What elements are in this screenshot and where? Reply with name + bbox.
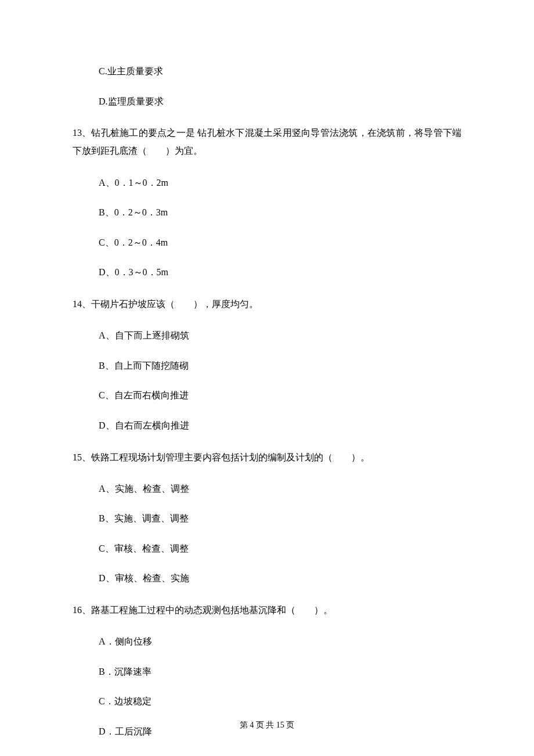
option-text: A、自下而上逐排砌筑 [73,328,461,343]
page-footer: 第 4 页 共 15 页 [0,719,534,732]
option-text: C．边坡稳定 [73,694,461,709]
option-text: A、0．1～0．2m [73,175,461,190]
option-text: B、0．2～0．3m [73,205,461,220]
option-text: D、0．3～0．5m [73,265,461,280]
option-text: C、审核、检查、调整 [73,541,461,556]
option-text: A、实施、检查、调整 [73,481,461,496]
document-page: C.业主质量要求 D.监理质量要求 13、钻孔桩施工的要点之一是 钻孔桩水下混凝… [0,0,534,756]
question-stem: 13、钻孔桩施工的要点之一是 钻孔桩水下混凝土采用竖向导管法浇筑，在浇筑前，将导… [73,124,461,160]
question-stem: 14、干砌片石护坡应该（ ），厚度均匀。 [73,295,461,313]
question-stem: 15、铁路工程现场计划管理主要内容包括计划的编制及计划的（ ）。 [73,448,461,466]
option-text: C、0．2～0．4m [73,235,461,250]
option-text: B、实施、调查、调整 [73,511,461,526]
question-stem: 16、路基工程施工过程中的动态观测包括地基沉降和（ ）。 [73,601,461,619]
option-text: B、自上而下随挖随砌 [73,358,461,373]
option-text: A．侧向位移 [73,634,461,649]
option-text: C.业主质量要求 [73,64,461,79]
option-text: C、自左而右横向推进 [73,388,461,403]
option-text: B．沉降速率 [73,664,461,679]
option-text: D、审核、检查、实施 [73,571,461,586]
question-stem: 17、针对膨胀土路堑施工原则，以下说法正确的是（ ）。 [73,754,461,756]
option-text: D.监理质量要求 [73,94,461,109]
option-text: D、自右而左横向推进 [73,418,461,433]
